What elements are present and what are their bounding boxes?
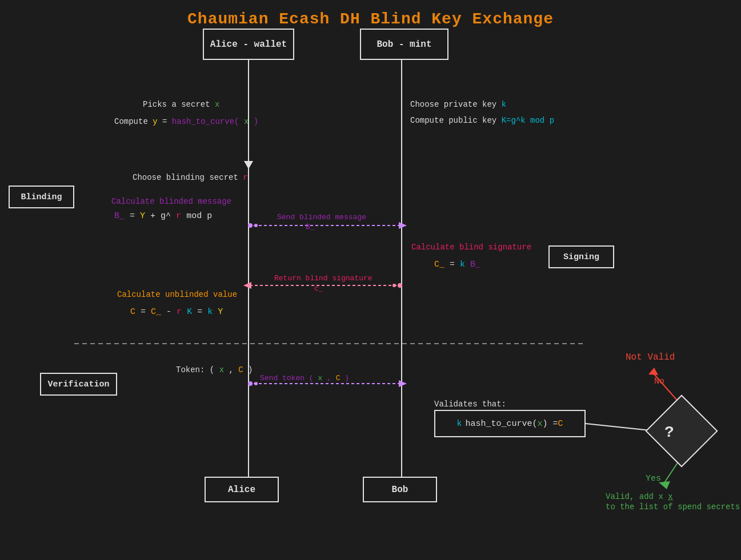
svg-point-15 xyxy=(248,381,253,386)
bob-bottom-box: Bob xyxy=(363,477,437,502)
svg-marker-10 xyxy=(243,282,251,289)
blinded-formula: B_ = Y + g^ r mod p xyxy=(114,211,212,221)
blind-sig-var-label: c_ xyxy=(314,284,323,293)
decision-diamond xyxy=(645,394,718,467)
alice-bottom-box: Alice xyxy=(205,477,279,502)
blind-sig-formula: C_ = k B_ xyxy=(434,260,480,269)
yes-label: Yes xyxy=(646,474,661,484)
svg-point-16 xyxy=(254,382,258,385)
svg-point-7 xyxy=(248,223,253,228)
blinding-label-box: Blinding xyxy=(9,186,74,208)
validates-that-label: Validates that: xyxy=(434,400,506,409)
svg-point-11 xyxy=(398,283,402,288)
svg-marker-14 xyxy=(399,380,407,387)
compute-public-key-text: Compute public key K=g^k mod p xyxy=(410,116,554,125)
choose-blinding-text: Choose blinding secret r xyxy=(133,173,248,182)
calc-blind-sig-label: Calculate blind signature xyxy=(411,243,531,252)
no-label: No xyxy=(654,377,664,386)
unblinded-formula: C = C_ - r K = k Y xyxy=(130,307,223,317)
svg-marker-6 xyxy=(399,222,407,229)
compute-y-text: Compute y = hash_to_curve( x ) xyxy=(114,117,258,126)
send-token-label: Send token ( x , C ) xyxy=(260,374,349,382)
blinded-var-label: B_ xyxy=(306,223,315,231)
send-blinded-msg-label: Send blinded message xyxy=(277,213,366,221)
picks-secret-text: Picks a secret x xyxy=(143,100,219,109)
valid-add-label: Valid, add x x to the list of spend secr… xyxy=(606,492,740,511)
diamond-question-mark: ? xyxy=(664,424,674,441)
svg-marker-20 xyxy=(648,368,658,375)
return-blind-sig-label: Return blind signature xyxy=(274,274,372,283)
not-valid-label: Not Valid xyxy=(626,352,675,362)
bob-mint-box: Bob - mint xyxy=(360,29,448,60)
signing-label-box: Signing xyxy=(548,245,614,268)
alice-wallet-box: Alice - wallet xyxy=(203,29,294,60)
page-title: Chaumian Ecash DH Blind Key Exchange xyxy=(0,0,741,28)
calc-unblinded-label: Calculate unblinded value xyxy=(117,290,237,299)
validation-formula-box: k hash_to_curve( x ) = C xyxy=(434,410,586,437)
svg-point-12 xyxy=(392,284,396,287)
svg-point-8 xyxy=(254,224,258,227)
token-label: Token: ( x , C ) xyxy=(176,365,253,374)
svg-marker-3 xyxy=(244,161,253,169)
verification-label-box: Verification xyxy=(40,373,117,396)
choose-private-key-text: Choose private key k xyxy=(410,100,506,109)
calc-blinded-label: Calculate blinded message xyxy=(111,197,231,206)
